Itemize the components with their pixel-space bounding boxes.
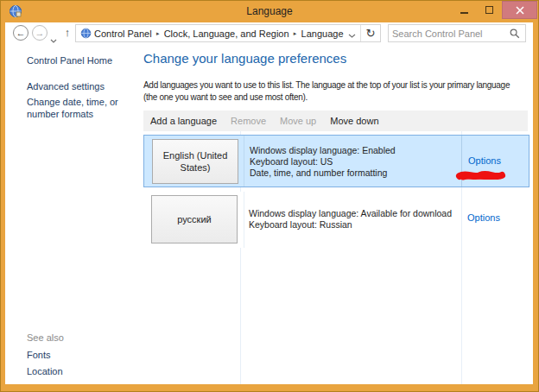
description-line: Add languages you want to use to this li…: [143, 79, 535, 92]
sidebar-item-location[interactable]: Location: [27, 366, 64, 376]
close-button[interactable]: [502, 1, 537, 19]
language-list-toolbar: Add a language Remove Move up Move down: [143, 111, 528, 131]
breadcrumb-separator-icon: [152, 30, 164, 37]
detail-line: Windows display language: Available for …: [249, 208, 452, 219]
sidebar-item-advanced-settings[interactable]: Advanced settings: [27, 81, 105, 92]
description-line: (the one you want to see and use most of…: [143, 92, 535, 104]
detail-line: Keyboard layout: US: [250, 156, 396, 168]
detail-line: Date, time, and number formatting: [250, 168, 396, 179]
language-name-box: English (United States): [152, 139, 238, 184]
page-description: Add languages you want to use to this li…: [143, 79, 535, 103]
refresh-button[interactable]: ↻: [360, 25, 380, 41]
sidebar-item-control-panel-home[interactable]: Control Panel Home: [27, 55, 112, 66]
close-icon: [516, 6, 524, 15]
move-up-button[interactable]: Move up: [280, 116, 316, 126]
chevron-down-icon: [50, 39, 57, 43]
remove-button[interactable]: Remove: [231, 116, 266, 126]
refresh-icon: ↻: [366, 27, 376, 40]
back-button[interactable]: ←: [13, 25, 29, 41]
back-icon: ←: [16, 28, 26, 38]
language-name-box: русский: [151, 195, 238, 243]
breadcrumb-separator-icon: [289, 30, 301, 37]
content-pane: Control Panel Home Advanced settings Cha…: [5, 45, 533, 384]
titlebar[interactable]: Language: [1, 1, 538, 22]
language-window: Language ← →: [0, 0, 539, 392]
language-details: Windows display language: Enabled Keyboa…: [250, 145, 396, 179]
address-dropdown-button[interactable]: [344, 26, 360, 41]
see-also-section: See also Fonts Location: [27, 332, 64, 383]
maximize-icon: [485, 6, 493, 14]
window-body: ← → ↑ Control Panel Clo: [5, 22, 533, 384]
control-panel-icon: [80, 28, 92, 39]
up-icon: ↑: [65, 26, 71, 39]
search-icon: [510, 28, 520, 39]
minimize-button[interactable]: [452, 1, 477, 19]
forward-icon: →: [35, 28, 45, 38]
options-link-russian[interactable]: Options: [467, 212, 500, 223]
options-link-english[interactable]: Options: [468, 155, 501, 166]
search-box: [388, 24, 526, 42]
sidebar-item-fonts[interactable]: Fonts: [27, 350, 64, 360]
red-marker-annotation: [454, 168, 508, 184]
breadcrumb-item-language[interactable]: Language: [301, 28, 344, 39]
page-title: Change your language preferences: [143, 51, 346, 66]
maximize-button[interactable]: [477, 1, 502, 19]
search-input[interactable]: [389, 28, 510, 39]
window-controls: [452, 1, 537, 19]
detail-line: Windows display language: Enabled: [250, 145, 396, 156]
chevron-down-icon: [348, 34, 356, 38]
minimize-icon: [460, 12, 468, 14]
detail-line: Keyboard layout: Russian: [249, 219, 452, 231]
breadcrumb[interactable]: Control Panel Clock, Language, and Regio…: [75, 24, 381, 42]
add-language-button[interactable]: Add a language: [150, 116, 217, 126]
breadcrumb-item-control-panel[interactable]: Control Panel: [94, 28, 152, 39]
breadcrumb-item-clock-language-region[interactable]: Clock, Language, and Region: [164, 28, 289, 39]
language-details: Windows display language: Available for …: [249, 208, 452, 231]
forward-button[interactable]: →: [32, 25, 48, 41]
address-bar: ← → ↑ Control Panel Clo: [5, 22, 533, 45]
up-button[interactable]: ↑: [60, 26, 74, 39]
language-row-russian[interactable]: русский Windows display language: Availa…: [143, 192, 529, 248]
sidebar-item-change-date-time-formats[interactable]: Change date, time, or number formats: [27, 96, 144, 120]
see-also-header: See also: [27, 332, 64, 343]
move-down-button[interactable]: Move down: [330, 116, 378, 126]
